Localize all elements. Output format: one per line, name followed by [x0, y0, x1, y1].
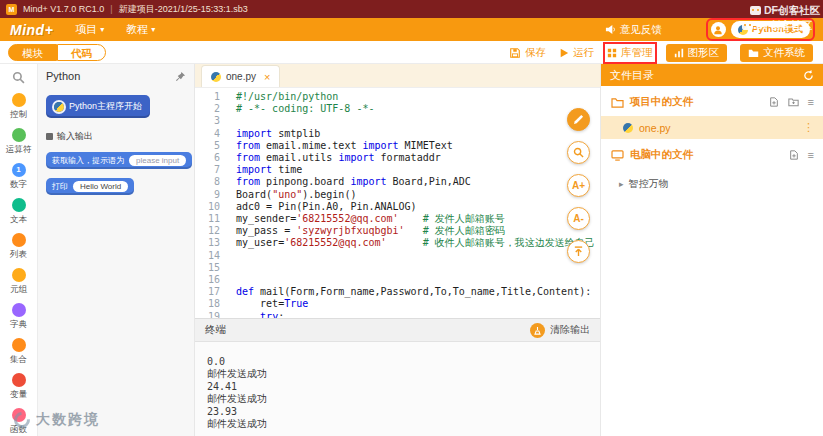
save-button[interactable]: 保存: [509, 46, 546, 60]
block-get-input[interactable]: 获取输入，提示语为 please input: [46, 152, 192, 169]
title-separator: |: [110, 4, 112, 14]
code-line[interactable]: from pinpong.board import Board,Pin,ADC: [236, 176, 600, 188]
code-line[interactable]: Board("uno").begin(): [236, 189, 600, 201]
line-numbers: 12345678910111213141516171819: [195, 88, 227, 318]
file-one-py[interactable]: one.py ⋮: [601, 116, 823, 139]
clear-output-button[interactable]: 清除输出: [530, 323, 590, 338]
new-file-icon[interactable]: [789, 150, 799, 160]
refresh-icon[interactable]: [803, 70, 814, 81]
code-line[interactable]: ret=True: [236, 298, 600, 310]
window-controls: — □ ×: [771, 4, 817, 14]
python-icon: [738, 25, 748, 35]
mode-pill[interactable]: Python模式: [731, 21, 810, 38]
menu-icon[interactable]: ≡: [808, 149, 814, 161]
app-title: Mind+ V1.7.0 RC1.0: [23, 4, 104, 14]
toolbar-actions: 保存 运行 库管理 图形区 文件系统: [509, 41, 813, 64]
terminal-panel: 终端 清除输出 0.0邮件发送成功24.41邮件发送成功23.93邮件发送成功: [195, 318, 600, 436]
code-line[interactable]: import smtplib: [236, 128, 600, 140]
code-line[interactable]: my_pass = 'syzwyrjbfxuqbgbi' # 发件人邮箱密码: [236, 225, 600, 237]
category-控制[interactable]: 控制: [6, 93, 32, 121]
code-line[interactable]: #!/usr/bin/python: [236, 91, 600, 103]
font-decrease-button[interactable]: A-: [567, 207, 590, 230]
user-avatar[interactable]: [711, 22, 726, 37]
python-icon: [54, 102, 64, 112]
block-label: Python主程序开始: [69, 100, 142, 113]
pin-icon[interactable]: [175, 71, 186, 82]
code-line[interactable]: # -*- coding: UTF-8 -*-: [236, 103, 600, 115]
code-content[interactable]: #!/usr/bin/python# -*- coding: UTF-8 -*-…: [227, 88, 600, 318]
more-options-icon[interactable]: ⋮: [803, 121, 814, 134]
file-system-button[interactable]: 文件系统: [740, 44, 813, 62]
font-increase-button[interactable]: A+: [567, 174, 590, 197]
scroll-top-button[interactable]: [567, 240, 590, 263]
category-集合[interactable]: 集合: [6, 338, 32, 366]
maximize-button[interactable]: □: [792, 4, 797, 14]
block-print[interactable]: 打印 Hello World: [46, 178, 134, 195]
block-python-main[interactable]: Python主程序开始: [46, 95, 150, 118]
arrow-top-icon: [573, 246, 584, 257]
search-code-button[interactable]: [567, 141, 590, 164]
menu-tutorial[interactable]: 教程 ▾: [126, 22, 155, 37]
code-line[interactable]: [236, 250, 600, 262]
code-line[interactable]: from email.utils import formataddr: [236, 152, 600, 164]
search-icon[interactable]: [12, 71, 25, 84]
new-file-icon[interactable]: [769, 97, 779, 107]
code-line[interactable]: from email.mime.text import MIMEText: [236, 140, 600, 152]
feedback-button[interactable]: 意见反馈: [605, 23, 662, 37]
category-dot-icon: [12, 338, 26, 352]
category-函数[interactable]: 函数: [6, 408, 32, 436]
code-line[interactable]: try:: [236, 311, 600, 318]
category-字典[interactable]: 字典: [6, 303, 32, 331]
terminal-header: 终端 清除输出: [195, 319, 600, 342]
editor-area: one.py × 12345678910111213141516171819 #…: [195, 64, 600, 436]
category-文本[interactable]: 文本: [6, 198, 32, 226]
computer-files-group[interactable]: 电脑中的文件 ≡: [601, 139, 823, 169]
code-line[interactable]: my_sender='68215552@qq.com' # 发件人邮箱账号: [236, 213, 600, 225]
close-tab-icon[interactable]: ×: [264, 71, 270, 83]
palette-header: Python: [46, 70, 186, 82]
minimize-button[interactable]: —: [771, 4, 780, 14]
code-line[interactable]: [236, 262, 600, 274]
python-file-icon: [211, 72, 221, 82]
project-files-group[interactable]: 项目中的文件 ≡: [601, 86, 823, 116]
file-panel-title: 文件目录: [610, 68, 654, 83]
menubar: Mind+ 项目 ▾ 教程 ▾ 意见反馈 Python模式: [0, 18, 823, 41]
tree-item[interactable]: ▸ 智控万物: [601, 169, 823, 191]
category-label: 控制: [6, 109, 32, 121]
new-folder-icon[interactable]: [788, 97, 799, 107]
menu-icon[interactable]: ≡: [808, 96, 814, 108]
category-变量[interactable]: 变量: [6, 373, 32, 401]
tab-one-py[interactable]: one.py ×: [201, 65, 280, 87]
filesystem-label: 文件系统: [763, 46, 805, 60]
menu-project[interactable]: 项目 ▾: [75, 22, 104, 37]
code-line[interactable]: def mail(Form,Form_name,Password,To,To_n…: [236, 286, 600, 298]
pencil-icon: [573, 114, 584, 125]
block-input-value[interactable]: please input: [129, 155, 186, 166]
category-label: 函数: [6, 424, 32, 436]
chevron-down-icon: ▾: [151, 25, 155, 34]
tab-label: one.py: [226, 71, 256, 82]
edit-button[interactable]: [567, 108, 590, 131]
menu-project-label: 项目: [75, 22, 97, 37]
run-button[interactable]: 运行: [559, 46, 594, 60]
terminal-title: 终端: [205, 323, 226, 337]
block-print-value[interactable]: Hello World: [73, 181, 128, 192]
graphics-area-button[interactable]: 图形区: [666, 44, 728, 62]
category-列表[interactable]: 列表: [6, 233, 32, 261]
code-line[interactable]: [236, 115, 600, 127]
code-line[interactable]: adc0 = Pin(Pin.A0, Pin.ANALOG): [236, 201, 600, 213]
category-元组[interactable]: 元组: [6, 268, 32, 296]
library-manager-button[interactable]: 库管理: [607, 46, 653, 60]
code-line[interactable]: my_user='68215552@qq.com' # 收件人邮箱账号，我这边发…: [236, 237, 600, 249]
main-area: 控制运算符1数字文本列表元组字典集合变量函数 Python Python主程序开…: [0, 64, 823, 436]
tab-modules[interactable]: 模块: [8, 44, 57, 61]
category-运算符[interactable]: 运算符: [6, 128, 32, 156]
block-palette: Python Python主程序开始 输入输出 获取输入，提示语为 please…: [38, 64, 195, 436]
code-editor[interactable]: 12345678910111213141516171819 #!/usr/bin…: [195, 88, 600, 318]
category-数字[interactable]: 1数字: [6, 163, 32, 191]
category-dot-icon: [12, 373, 26, 387]
code-line[interactable]: [236, 274, 600, 286]
tab-code[interactable]: 代码: [57, 44, 106, 61]
code-line[interactable]: import time: [236, 164, 600, 176]
close-button[interactable]: ×: [810, 4, 815, 14]
